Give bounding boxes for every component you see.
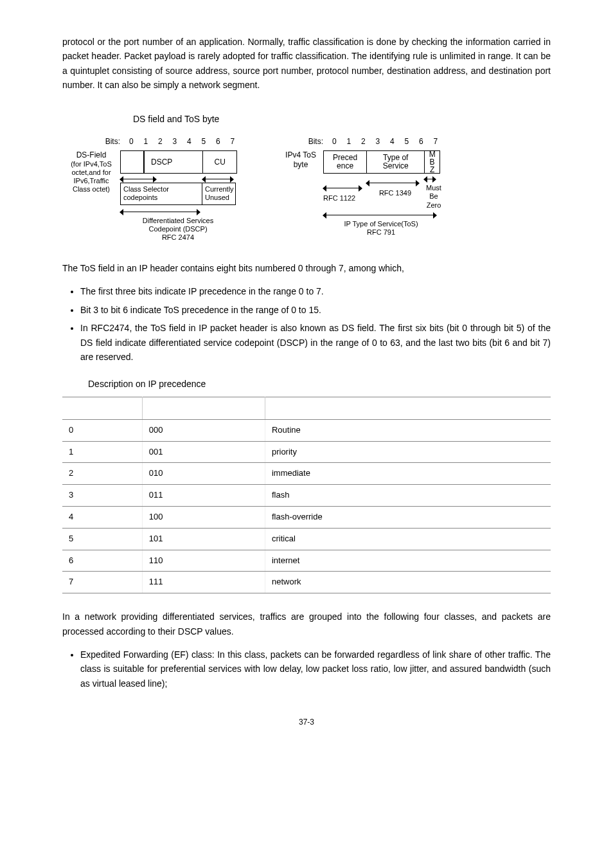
ds-field-diagram: Bits: 01234567 DS-Field (for IPv4,ToS oc… bbox=[62, 136, 240, 242]
bit-numbers: 01234567 bbox=[327, 136, 443, 148]
table-cell: 110 bbox=[142, 550, 265, 572]
table-header bbox=[265, 397, 551, 419]
after-figure-paragraph: The ToS field in an IP header contains e… bbox=[62, 261, 551, 275]
table-cell: immediate bbox=[265, 463, 551, 485]
bits-label: Bits: bbox=[278, 136, 327, 148]
table-caption: Description on IP precedence bbox=[62, 377, 551, 391]
table-cell: 2 bbox=[62, 463, 142, 485]
table-cell: 000 bbox=[142, 419, 265, 441]
rfc1349-label: RFC 1349 bbox=[366, 188, 424, 199]
table-cell: 1 bbox=[62, 441, 142, 463]
class-selector-box: Class Selector codepoints bbox=[120, 183, 202, 204]
tos-byte-box: Precedence Type ofService MBZ bbox=[323, 150, 440, 174]
dscp-cell: DSCP bbox=[121, 151, 203, 173]
figure-title: DS field and ToS byte bbox=[62, 112, 551, 126]
table-cell: 5 bbox=[62, 528, 142, 550]
ds-field-side-label: DS-Field (for IPv4,ToS octet,and for IPv… bbox=[62, 150, 120, 194]
table-row: 4100flash-override bbox=[62, 507, 551, 529]
table-cell: priority bbox=[265, 441, 551, 463]
table-cell: 6 bbox=[62, 550, 142, 572]
table-cell: 4 bbox=[62, 507, 142, 529]
tos-bullet-list: The first three bits indicate IP precede… bbox=[62, 284, 551, 364]
list-item: The first three bits indicate IP precede… bbox=[80, 284, 551, 298]
currently-unused-box: Currently Unused bbox=[202, 183, 236, 204]
table-header bbox=[62, 397, 142, 419]
table-row: 2010immediate bbox=[62, 463, 551, 485]
must-be-zero-label: MustBeZero bbox=[424, 184, 443, 210]
table-cell: 001 bbox=[142, 441, 265, 463]
table-row: 0000Routine bbox=[62, 419, 551, 441]
bit-numbers: 01234567 bbox=[124, 136, 240, 148]
table-row: 1001priority bbox=[62, 441, 551, 463]
table-cell: 100 bbox=[142, 507, 265, 529]
table-cell: 010 bbox=[142, 463, 265, 485]
table-cell: 7 bbox=[62, 572, 142, 593]
table-cell: internet bbox=[265, 550, 551, 572]
table-cell: critical bbox=[265, 528, 551, 550]
tos-bottom-label: IP Type of Service(ToS) RFC 791 bbox=[323, 220, 439, 237]
tos-byte-diagram: Bits: 01234567 IPv4 ToS byte Precedence … bbox=[278, 136, 443, 242]
precedence-cell: Precedence bbox=[324, 151, 367, 173]
table-row: 7111network bbox=[62, 572, 551, 593]
table-cell: network bbox=[265, 572, 551, 593]
table-cell: Routine bbox=[265, 419, 551, 441]
intro-paragraph: protocol or the port number of an applic… bbox=[62, 35, 551, 93]
table-cell: 011 bbox=[142, 485, 265, 507]
table-cell: flash bbox=[265, 485, 551, 507]
table-row: 3011flash bbox=[62, 485, 551, 507]
table-cell: 0 bbox=[62, 419, 142, 441]
ds-byte-box: DSCP CU bbox=[120, 150, 237, 174]
table-header-row bbox=[62, 397, 551, 419]
dscp-bottom-label: Differentiated Services Codepoint (DSCP)… bbox=[120, 217, 236, 242]
post-table-paragraph: In a network providing differentiated se… bbox=[62, 610, 551, 638]
table-cell: 101 bbox=[142, 528, 265, 550]
rfc1122-label: RFC 1122 bbox=[323, 193, 366, 204]
table-header bbox=[142, 397, 265, 419]
list-item: In RFC2474, the ToS field in IP packet h… bbox=[80, 321, 551, 364]
table-row: 6110internet bbox=[62, 550, 551, 572]
table-cell: flash-override bbox=[265, 507, 551, 529]
post-bullet-list: Expedited Forwarding (EF) class: In this… bbox=[62, 647, 551, 691]
type-of-service-cell: Type ofService bbox=[367, 151, 425, 173]
table-cell: 3 bbox=[62, 485, 142, 507]
list-item: Bit 3 to bit 6 indicate ToS precedence i… bbox=[80, 303, 551, 317]
tos-side-label: IPv4 ToS byte bbox=[278, 150, 323, 169]
mbz-cell: MBZ bbox=[425, 151, 440, 173]
bits-label: Bits: bbox=[62, 136, 124, 148]
table-cell: 111 bbox=[142, 572, 265, 593]
list-item: Expedited Forwarding (EF) class: In this… bbox=[80, 647, 551, 691]
ip-precedence-table: 0000Routine1001priority2010immediate3011… bbox=[62, 397, 551, 593]
page-number: 37-3 bbox=[62, 716, 551, 728]
cu-cell: CU bbox=[203, 151, 236, 173]
ds-tos-diagram: Bits: 01234567 DS-Field (for IPv4,ToS oc… bbox=[62, 136, 551, 242]
table-row: 5101critical bbox=[62, 528, 551, 550]
